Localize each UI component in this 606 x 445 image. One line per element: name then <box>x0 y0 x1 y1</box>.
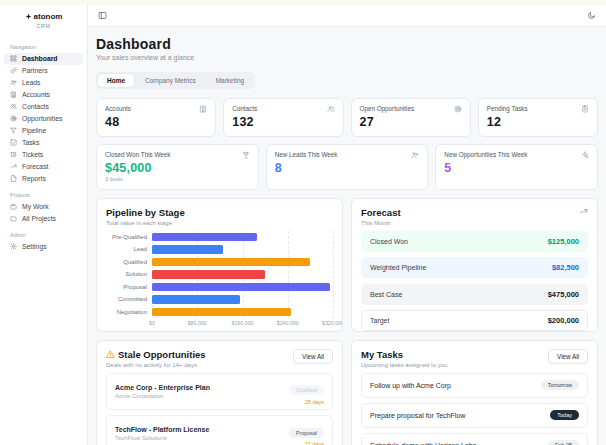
brand-name: atonom <box>34 12 63 21</box>
stale-days: 21 days <box>289 441 324 445</box>
stage-badge: Proposal <box>289 428 324 438</box>
chart-category-label: Pre-Qualified <box>106 231 152 244</box>
gear-icon <box>10 243 17 250</box>
content: Dashboard Your sales overview at a glanc… <box>88 27 606 445</box>
weekly-card-closed-won-this-week[interactable]: Closed Won This Week$45,0003 deals <box>96 144 259 190</box>
sidebar-item-label: Tasks <box>22 139 39 146</box>
stat-value: 48 <box>105 115 207 129</box>
chart-bar-row <box>152 256 333 269</box>
my-tasks-panel: My Tasks Upcoming tasks assigned to you … <box>351 340 598 445</box>
sidebar-item-leads[interactable]: Leads <box>4 77 83 89</box>
chart-gridline <box>333 231 334 319</box>
nav-section-label: Projects <box>0 185 87 201</box>
trophy-icon <box>242 151 250 159</box>
sidebar-item-partners[interactable]: Partners <box>4 65 83 77</box>
chart-category-label: Qualified <box>106 256 152 269</box>
stale-opportunities-panel: Stale Opportunities Deals with no activi… <box>96 340 343 445</box>
sidebar-item-tasks[interactable]: Tasks <box>4 137 83 149</box>
chart-bars <box>152 231 333 319</box>
sidebar-item-label: Pipeline <box>22 127 46 134</box>
sidebar-toggle-icon[interactable] <box>98 11 107 20</box>
task-item-prepare-proposal-for-techflow[interactable]: Prepare proposal for TechFlowToday <box>361 403 588 428</box>
briefcase-icon <box>10 203 17 210</box>
grid-icon <box>10 55 17 62</box>
sidebar-item-accounts[interactable]: Accounts <box>4 89 83 101</box>
sidebar-item-label: Dashboard <box>22 55 58 62</box>
chart-bar-row <box>152 306 333 319</box>
sidebar-item-label: Reports <box>22 175 46 182</box>
sidebar-item-opportunities[interactable]: Opportunities <box>4 113 83 125</box>
building-icon <box>199 105 207 113</box>
forecast-label: Weighted Pipeline <box>370 264 426 271</box>
chart-bar-pre-qualified <box>152 233 257 242</box>
stat-label: Accounts <box>105 105 131 112</box>
forecast-label: Best Case <box>370 291 402 298</box>
chart-category-label: Committed <box>106 293 152 306</box>
brand: atonom CRM <box>0 12 87 37</box>
nav-section-label: Navigation <box>0 37 87 53</box>
weekly-value: 8 <box>275 161 420 175</box>
task-name: Follow up with Acme Corp <box>370 382 451 389</box>
forecast-row-closed-won: Closed Won$125,000 <box>361 231 588 252</box>
pipeline-panel: Pipeline by Stage Total value in each st… <box>96 198 343 332</box>
stat-value: 12 <box>487 115 589 129</box>
stat-card-open-opportunities[interactable]: Open Opportunities27 <box>351 98 471 137</box>
forecast-title: Forecast <box>361 207 401 218</box>
user-plus-icon <box>411 151 419 159</box>
sidebar-item-label: Leads <box>22 79 41 86</box>
sidebar-item-label: Forecast <box>22 163 48 170</box>
forecast-label: Target <box>370 317 389 324</box>
user-plus-icon <box>10 79 17 86</box>
sidebar-item-pipeline[interactable]: Pipeline <box>4 125 83 137</box>
tab-home[interactable]: Home <box>98 74 134 87</box>
weekly-card-new-leads-this-week[interactable]: New Leads This Week8 <box>266 144 429 190</box>
handshake-icon <box>10 67 17 74</box>
chart-bar-proposal <box>152 283 330 292</box>
stat-card-accounts[interactable]: Accounts48 <box>96 98 216 137</box>
chart-category-label: Solution <box>106 268 152 281</box>
tasks-view-all-button[interactable]: View All <box>548 349 588 364</box>
chart-bar-negotiation <box>152 308 291 317</box>
sidebar-item-settings[interactable]: Settings <box>4 241 83 253</box>
task-item-schedule-demo-with-horizon-labs[interactable]: Schedule demo with Horizon LabsFeb 25 <box>361 433 588 445</box>
task-item-follow-up-with-acme-corp[interactable]: Follow up with Acme CorpTomorrow <box>361 373 588 398</box>
stat-card-contacts[interactable]: Contacts132 <box>223 98 343 137</box>
sidebar-item-reports[interactable]: Reports <box>4 173 83 185</box>
sidebar-item-forecast[interactable]: Forecast <box>4 161 83 173</box>
tab-marketing[interactable]: Marketing <box>207 74 254 87</box>
sidebar-item-my-work[interactable]: My Work <box>4 201 83 213</box>
forecast-value: $200,000 <box>548 316 579 325</box>
tab-company-metrics[interactable]: Company Metrics <box>136 74 205 87</box>
theme-toggle-icon[interactable] <box>587 11 596 20</box>
sidebar-item-contacts[interactable]: Contacts <box>4 101 83 113</box>
chart-categories: Pre-QualifiedLeadQualifiedSolutionPropos… <box>106 231 152 319</box>
chart-bar-row <box>152 268 333 281</box>
forecast-row-weighted-pipeline: Weighted Pipeline$82,500 <box>361 257 588 278</box>
weekly-label: New Opportunities This Week <box>444 151 527 158</box>
sidebar-item-dashboard[interactable]: Dashboard <box>4 53 83 65</box>
sidebar-item-all-projects[interactable]: All Projects <box>4 213 83 225</box>
stat-card-pending-tasks[interactable]: Pending Tasks12 <box>478 98 598 137</box>
users-icon <box>327 105 335 113</box>
stale-view-all-button[interactable]: View All <box>293 349 333 364</box>
weekly-card-new-opportunities-this-week[interactable]: New Opportunities This Week5 <box>435 144 598 190</box>
chart-x-tick: $320,000 <box>322 320 343 326</box>
tasks-title: My Tasks <box>361 349 447 360</box>
stat-label: Pending Tasks <box>487 105 528 112</box>
task-due-badge: Tomorrow <box>541 380 579 390</box>
sidebar-item-tickets[interactable]: Tickets <box>4 149 83 161</box>
chart-bar-lead <box>152 245 223 254</box>
forecast-row-best-case: Best Case$475,000 <box>361 284 588 305</box>
users-icon <box>10 103 17 110</box>
topbar <box>88 5 606 27</box>
stale-item-acme-corp-enterprise-plan[interactable]: Acme Corp - Enterprise PlanAcme Corporat… <box>106 373 333 411</box>
pipeline-subtitle: Total value in each stage <box>106 220 185 226</box>
forecast-subtitle: This Month <box>361 220 401 226</box>
stat-value: 132 <box>232 115 334 129</box>
chart-category-label: Proposal <box>106 281 152 294</box>
stale-item-techflow-platform-license[interactable]: TechFlow - Platform LicenseTechFlow Solu… <box>106 415 333 445</box>
weekly-label: New Leads This Week <box>275 151 338 158</box>
weekly-sub: 3 deals <box>105 176 250 182</box>
check-square-icon <box>10 139 17 146</box>
logo-icon <box>25 13 32 20</box>
